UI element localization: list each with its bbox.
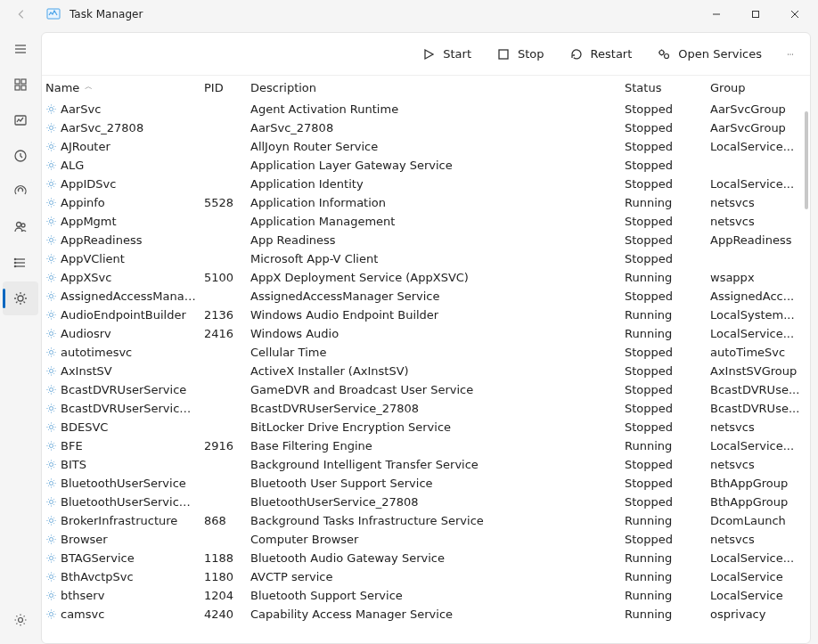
table-row[interactable]: camsvc4240Capability Access Manager Serv… <box>42 605 810 624</box>
cell-desc: Application Information <box>247 193 621 212</box>
table-row[interactable]: bthserv1204Bluetooth Support ServiceRunn… <box>42 586 810 605</box>
svg-point-50 <box>49 481 53 485</box>
table-row[interactable]: BluetoothUserService_27...BluetoothUserS… <box>42 493 810 511</box>
cell-name: BcastDVRUserService <box>42 380 200 399</box>
cell-desc: Cellular Time <box>247 343 621 362</box>
table-row[interactable]: BrowserComputer BrowserStoppednetsvcs <box>42 530 810 549</box>
nav-users[interactable] <box>3 210 38 244</box>
app-icon <box>45 5 62 23</box>
cell-status: Running <box>621 324 707 343</box>
minimize-button[interactable] <box>697 1 736 28</box>
cell-pid <box>200 474 247 493</box>
table-row[interactable]: AppMgmtApplication ManagementStoppednets… <box>42 212 810 231</box>
table-row[interactable]: BTAGService1188Bluetooth Audio Gateway S… <box>42 549 810 567</box>
restart-button[interactable]: Restart <box>559 42 643 67</box>
close-button[interactable] <box>775 1 814 28</box>
svg-rect-2 <box>753 12 759 18</box>
table-row[interactable]: ALGApplication Layer Gateway ServiceStop… <box>42 156 810 175</box>
svg-point-56 <box>49 593 53 597</box>
maximize-button[interactable] <box>736 1 775 28</box>
service-icon <box>45 272 57 283</box>
svg-point-38 <box>49 257 53 260</box>
col-status[interactable]: Status <box>621 76 707 100</box>
cell-group: LocalService... <box>707 436 810 455</box>
cell-pid <box>200 118 247 137</box>
cell-group: netsvcs <box>707 212 810 231</box>
cell-desc: Application Identity <box>247 175 621 193</box>
cell-group: netsvcs <box>707 530 810 549</box>
table-row[interactable]: BthAvctpSvc1180AVCTP serviceRunningLocal… <box>42 567 810 586</box>
col-pid[interactable]: PID <box>200 76 247 100</box>
table-row[interactable]: BcastDVRUserService_27...BcastDVRUserSer… <box>42 399 810 418</box>
table-row[interactable]: AudioEndpointBuilder2136Windows Audio En… <box>42 306 810 324</box>
table-row[interactable]: BFE2916Base Filtering EngineRunningLocal… <box>42 436 810 455</box>
cell-pid <box>200 418 247 436</box>
cell-group <box>707 156 810 175</box>
hamburger-button[interactable] <box>3 32 38 66</box>
svg-point-54 <box>49 556 53 559</box>
service-icon <box>45 309 57 321</box>
svg-point-51 <box>49 500 53 503</box>
table-row[interactable]: BITSBackground Intelligent Transfer Serv… <box>42 455 810 474</box>
cell-group: LocalService <box>707 586 810 605</box>
settings-button[interactable] <box>3 603 38 637</box>
cell-status: Stopped <box>621 474 707 493</box>
table-row[interactable]: AppReadinessApp ReadinessStoppedAppReadi… <box>42 231 810 249</box>
cell-name: BDESVC <box>42 418 200 436</box>
nav-startup[interactable] <box>3 175 38 208</box>
col-description[interactable]: Description <box>247 76 621 100</box>
col-group[interactable]: Group <box>707 76 810 100</box>
table-row[interactable]: autotimesvcCellular TimeStoppedautoTimeS… <box>42 343 810 362</box>
cell-group: DcomLaunch <box>707 511 810 530</box>
svg-point-42 <box>49 331 53 335</box>
more-button[interactable] <box>776 42 805 67</box>
cell-name: BluetoothUserService_27... <box>42 493 200 511</box>
cell-group: LocalService <box>707 567 810 586</box>
table-row[interactable]: BDESVCBitLocker Drive Encryption Service… <box>42 418 810 436</box>
run-task-button[interactable]: Start <box>411 42 482 67</box>
col-name[interactable]: Name︿ <box>42 76 200 100</box>
open-services-button[interactable]: Open Services <box>646 42 773 67</box>
service-icon <box>45 421 57 433</box>
nav-services[interactable] <box>3 281 38 315</box>
table-row[interactable]: AJRouterAllJoyn Router ServiceStoppedLoc… <box>42 137 810 156</box>
nav-details[interactable] <box>3 246 38 280</box>
cell-group: AppReadiness <box>707 231 810 249</box>
nav-app-history[interactable] <box>3 139 38 173</box>
cell-desc: BitLocker Drive Encryption Service <box>247 418 621 436</box>
cell-name: AarSvc_27808 <box>42 118 200 137</box>
cell-desc: Bluetooth Audio Gateway Service <box>247 549 621 567</box>
table-row[interactable]: BrokerInfrastructure868Background Tasks … <box>42 511 810 530</box>
cell-pid: 4240 <box>200 605 247 624</box>
svg-point-55 <box>49 575 53 578</box>
table-row[interactable]: AppXSvc5100AppX Deployment Service (AppX… <box>42 268 810 287</box>
table-row[interactable]: AssignedAccessManager...AssignedAccessMa… <box>42 287 810 306</box>
cell-desc: Base Filtering Engine <box>247 436 621 455</box>
service-icon <box>45 103 57 115</box>
cell-group: netsvcs <box>707 418 810 436</box>
table-row[interactable]: AxInstSVActiveX Installer (AxInstSV)Stop… <box>42 362 810 380</box>
cell-group: BthAppGroup <box>707 474 810 493</box>
back-button[interactable] <box>9 2 34 27</box>
cell-pid <box>200 175 247 193</box>
table-row[interactable]: Audiosrv2416Windows AudioRunningLocalSer… <box>42 324 810 343</box>
cell-name: AxInstSV <box>42 362 200 380</box>
stop-button[interactable]: Stop <box>486 42 555 67</box>
cell-group: LocalService... <box>707 549 810 567</box>
table-row[interactable]: Appinfo5528Application InformationRunnin… <box>42 193 810 212</box>
nav-performance[interactable] <box>3 103 38 137</box>
cell-desc: BluetoothUserService_27808 <box>247 493 621 511</box>
nav-processes[interactable] <box>3 68 38 102</box>
cell-name: bthserv <box>42 586 200 605</box>
scrollbar-thumb[interactable] <box>805 111 808 209</box>
service-icon <box>45 253 57 265</box>
service-icon <box>45 608 57 620</box>
table-row[interactable]: AppIDSvcApplication IdentityStoppedLocal… <box>42 175 810 193</box>
table-row[interactable]: AarSvc_27808AarSvc_27808StoppedAarSvcGro… <box>42 118 810 137</box>
table-row[interactable]: BluetoothUserServiceBluetooth User Suppo… <box>42 474 810 493</box>
table-row[interactable]: AarSvcAgent Activation RuntimeStoppedAar… <box>42 100 810 118</box>
table-row[interactable]: AppVClientMicrosoft App-V ClientStopped <box>42 249 810 268</box>
svg-point-39 <box>49 275 53 279</box>
table-row[interactable]: BcastDVRUserServiceGameDVR and Broadcast… <box>42 380 810 399</box>
titlebar: Task Manager <box>0 0 818 29</box>
